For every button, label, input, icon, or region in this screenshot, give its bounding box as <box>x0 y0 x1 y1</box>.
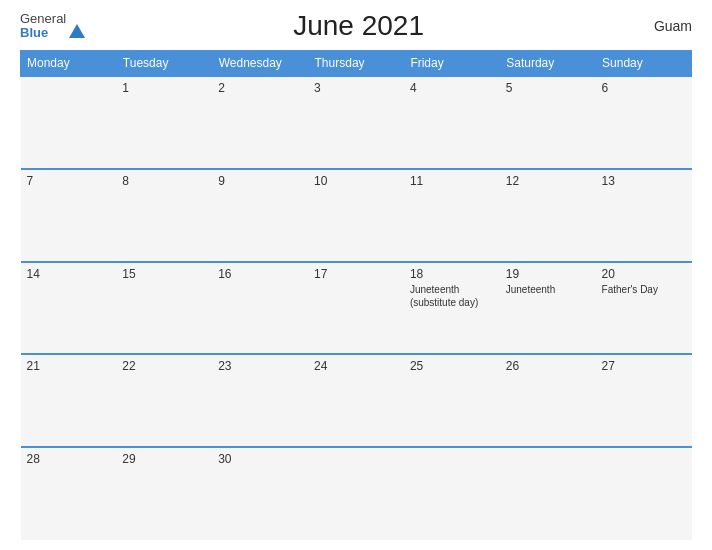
region-label: Guam <box>632 18 692 34</box>
calendar-day: 1 <box>116 76 212 169</box>
col-sunday: Sunday <box>596 51 692 77</box>
calendar-day: 25 <box>404 354 500 447</box>
calendar-title: June 2021 <box>85 10 632 42</box>
calendar-week-3: 1415161718Juneteenth (substitute day)19J… <box>21 262 692 355</box>
day-number: 4 <box>410 81 494 95</box>
day-number: 12 <box>506 174 590 188</box>
day-number: 9 <box>218 174 302 188</box>
day-number: 7 <box>27 174 111 188</box>
day-number: 27 <box>602 359 686 373</box>
day-number: 6 <box>602 81 686 95</box>
day-number: 13 <box>602 174 686 188</box>
day-number: 14 <box>27 267 111 281</box>
calendar-day: 6 <box>596 76 692 169</box>
calendar-day: 10 <box>308 169 404 262</box>
day-number: 3 <box>314 81 398 95</box>
day-number: 23 <box>218 359 302 373</box>
calendar-week-2: 78910111213 <box>21 169 692 262</box>
day-number: 22 <box>122 359 206 373</box>
calendar-day <box>404 447 500 540</box>
calendar-day: 9 <box>212 169 308 262</box>
calendar-day: 29 <box>116 447 212 540</box>
calendar-day <box>308 447 404 540</box>
day-number: 8 <box>122 174 206 188</box>
calendar-day: 26 <box>500 354 596 447</box>
day-number: 10 <box>314 174 398 188</box>
calendar-day: 15 <box>116 262 212 355</box>
day-number: 17 <box>314 267 398 281</box>
calendar-header-row: Monday Tuesday Wednesday Thursday Friday… <box>21 51 692 77</box>
day-number: 2 <box>218 81 302 95</box>
calendar-day: 16 <box>212 262 308 355</box>
calendar-day <box>596 447 692 540</box>
day-number: 28 <box>27 452 111 466</box>
day-number: 29 <box>122 452 206 466</box>
calendar-week-5: 282930 <box>21 447 692 540</box>
calendar-day: 3 <box>308 76 404 169</box>
calendar-day: 30 <box>212 447 308 540</box>
day-number: 11 <box>410 174 494 188</box>
day-number: 21 <box>27 359 111 373</box>
day-number: 18 <box>410 267 494 281</box>
day-number: 26 <box>506 359 590 373</box>
calendar-day: 23 <box>212 354 308 447</box>
col-thursday: Thursday <box>308 51 404 77</box>
calendar-week-1: 123456 <box>21 76 692 169</box>
day-number: 30 <box>218 452 302 466</box>
col-monday: Monday <box>21 51 117 77</box>
calendar-day: 11 <box>404 169 500 262</box>
col-tuesday: Tuesday <box>116 51 212 77</box>
calendar-day: 4 <box>404 76 500 169</box>
holiday-label: Juneteenth (substitute day) <box>410 283 494 309</box>
calendar-day: 2 <box>212 76 308 169</box>
holiday-label: Father's Day <box>602 283 686 296</box>
calendar-day: 14 <box>21 262 117 355</box>
col-wednesday: Wednesday <box>212 51 308 77</box>
logo-triangle-icon <box>69 24 85 38</box>
day-number: 24 <box>314 359 398 373</box>
col-saturday: Saturday <box>500 51 596 77</box>
day-number: 15 <box>122 267 206 281</box>
calendar-table: Monday Tuesday Wednesday Thursday Friday… <box>20 50 692 540</box>
holiday-label: Juneteenth <box>506 283 590 296</box>
logo-blue-label: Blue <box>20 26 66 40</box>
day-number: 16 <box>218 267 302 281</box>
day-number: 1 <box>122 81 206 95</box>
calendar-day: 21 <box>21 354 117 447</box>
calendar-day: 5 <box>500 76 596 169</box>
calendar-body: 123456789101112131415161718Juneteenth (s… <box>21 76 692 540</box>
logo-general-label: General <box>20 12 66 26</box>
calendar-day: 19Juneteenth <box>500 262 596 355</box>
calendar-day: 7 <box>21 169 117 262</box>
day-number: 19 <box>506 267 590 281</box>
calendar-day: 12 <box>500 169 596 262</box>
calendar-day: 8 <box>116 169 212 262</box>
day-number: 5 <box>506 81 590 95</box>
calendar-day: 18Juneteenth (substitute day) <box>404 262 500 355</box>
calendar-day <box>21 76 117 169</box>
day-number: 20 <box>602 267 686 281</box>
logo-text: General Blue <box>20 12 66 41</box>
calendar-day: 17 <box>308 262 404 355</box>
calendar-day: 24 <box>308 354 404 447</box>
calendar-day: 27 <box>596 354 692 447</box>
calendar-day: 22 <box>116 354 212 447</box>
calendar-week-4: 21222324252627 <box>21 354 692 447</box>
calendar-day: 28 <box>21 447 117 540</box>
calendar-day <box>500 447 596 540</box>
calendar-header: General Blue June 2021 Guam <box>20 10 692 42</box>
col-friday: Friday <box>404 51 500 77</box>
logo: General Blue <box>20 12 85 41</box>
day-number: 25 <box>410 359 494 373</box>
calendar-day: 13 <box>596 169 692 262</box>
calendar-day: 20Father's Day <box>596 262 692 355</box>
